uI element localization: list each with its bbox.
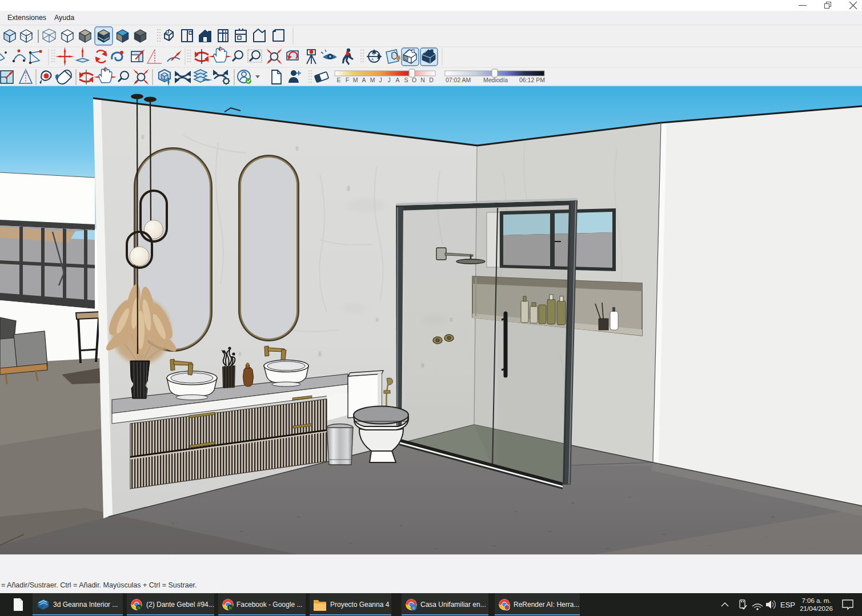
svg-text:Casa Unifamiliar en...: Casa Unifamiliar en...: [420, 601, 486, 609]
svg-text:3d Geanna Interior ...: 3d Geanna Interior ...: [53, 601, 118, 609]
svg-text:C: C: [372, 52, 375, 55]
svg-text:Proyecto Geanna 4: Proyecto Geanna 4: [330, 601, 390, 609]
svg-text:(2) Dante Gebel #94...: (2) Dante Gebel #94...: [146, 601, 214, 609]
svg-text:F: F: [346, 77, 349, 83]
svg-text:E: E: [336, 77, 340, 83]
svg-text:M: M: [370, 77, 375, 83]
svg-text:ReRender AI: Herra...: ReRender AI: Herra...: [514, 601, 579, 609]
svg-text:ESP: ESP: [780, 601, 795, 609]
svg-text:S: S: [404, 77, 408, 83]
svg-text:N: N: [420, 77, 425, 83]
svg-text:O: O: [412, 77, 416, 83]
svg-text:A: A: [371, 58, 374, 61]
svg-text:Mediodía: Mediodía: [483, 77, 508, 83]
svg-text:A: A: [362, 77, 366, 83]
svg-text:06:12 PM: 06:12 PM: [519, 77, 545, 83]
svg-text:D: D: [429, 77, 434, 83]
svg-text:Facebook - Google ...: Facebook - Google ...: [236, 601, 302, 609]
svg-text:07:02 AM: 07:02 AM: [446, 77, 471, 83]
svg-text:M: M: [353, 77, 358, 83]
svg-text:c: c: [412, 605, 415, 610]
svg-text:J: J: [379, 77, 382, 83]
svg-text:h: h: [138, 605, 140, 610]
svg-text:7:06 a. m.: 7:06 a. m.: [801, 597, 831, 604]
svg-text:21/04/2026: 21/04/2026: [800, 605, 833, 612]
svg-text:J: J: [387, 77, 390, 83]
svg-text:A: A: [395, 77, 399, 83]
